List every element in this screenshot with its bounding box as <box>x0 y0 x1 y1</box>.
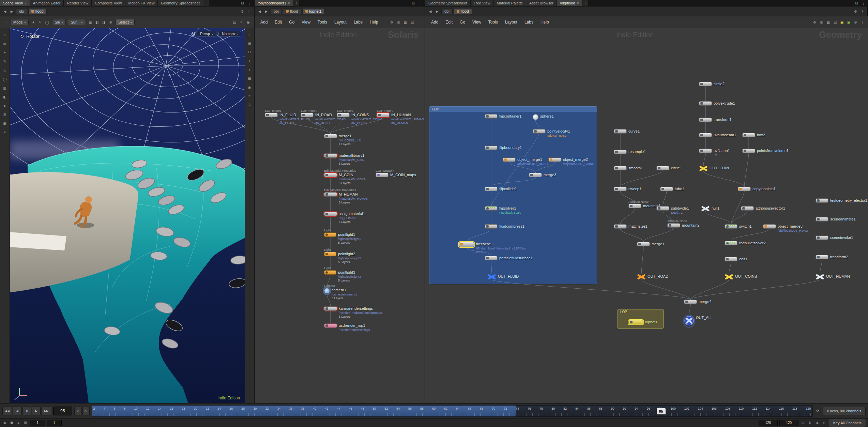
node-M_COIN_maps[interactable]: COP NetworkM_COIN_maps <box>376 173 416 178</box>
back-icon[interactable]: ◀ <box>2 9 8 14</box>
new-pane-tab-button[interactable]: + <box>582 0 589 6</box>
pane-tab[interactable]: Tree View <box>471 0 494 6</box>
node-curve1[interactable]: curve1 <box>614 129 640 134</box>
select-tool-icon[interactable]: ↖ <box>2 32 8 37</box>
sync-icon[interactable]: ↻ <box>807 420 813 425</box>
path-segment[interactable]: flood <box>28 8 47 14</box>
snapshot-icon[interactable]: ◉ <box>247 85 253 90</box>
auto-key-icon[interactable]: ◈ <box>814 420 820 425</box>
node-object_merge2[interactable]: object_merge2/obj/flood/OUT_COINS <box>548 157 594 166</box>
camera-dropdown[interactable]: No cam <box>218 31 241 36</box>
pane-tab[interactable]: Geometry Spreadsheet <box>425 0 471 6</box>
node-flipcollide1[interactable]: flipcollide1 <box>485 187 517 192</box>
global-end-field[interactable]: 120 <box>779 420 798 426</box>
lighting-icon[interactable]: ◐ <box>247 58 253 63</box>
wrench-icon[interactable]: ⚙ <box>389 20 395 25</box>
menu-item[interactable]: Tools <box>315 20 330 25</box>
menu-item[interactable]: Edit <box>442 20 456 25</box>
node-sphere1[interactable]: sphere1 <box>533 114 554 120</box>
key-all-channels-button[interactable]: Key All Channels <box>829 419 866 427</box>
select-dropdown[interactable]: Select <box>116 19 135 25</box>
new-pane-tab-button[interactable]: + <box>203 0 209 6</box>
node-flipsolver1[interactable]: flipsolver1Feedback Scale <box>485 206 521 215</box>
step-back-button[interactable]: ◁ <box>74 407 81 415</box>
list-icon[interactable]: ≣ <box>396 20 401 25</box>
node-sceneanimate1[interactable]: sceneanimate1 <box>816 217 856 222</box>
node-pointlight2[interactable]: Lightpointlight2/lights/pointlight25 Lay… <box>324 252 361 264</box>
pane-tab[interactable]: Animation Editor <box>30 0 64 6</box>
lasso-tool-icon[interactable]: ◯ <box>2 77 8 82</box>
menu-item[interactable]: Help <box>367 20 381 25</box>
audio-options-icon[interactable]: ⊞ <box>22 420 28 425</box>
close-icon[interactable] <box>288 1 290 5</box>
help-icon[interactable]: ◉ <box>245 20 251 25</box>
select-arrow-icon[interactable]: ↖ <box>37 20 43 25</box>
path-segment[interactable]: obj <box>271 8 282 14</box>
node-object_merge1[interactable]: object_merge1/obj/flood/OUT_ROAD <box>503 157 548 166</box>
menu-item[interactable]: Labs <box>351 20 366 25</box>
fill-select-icon[interactable]: ◨ <box>101 20 107 25</box>
node-resample1[interactable]: resample1 <box>614 150 646 154</box>
playback-start-field[interactable]: 1 <box>47 420 62 426</box>
pane-tab[interactable]: Material Palette <box>494 0 526 6</box>
node-uvautoseam1[interactable]: uvautoseam1 <box>699 133 736 138</box>
grid-tool-icon[interactable]: ⊞ <box>2 112 8 117</box>
menu-item[interactable]: Go <box>286 20 298 25</box>
node-fluidcompress1[interactable]: fluidcompress1 <box>485 224 524 229</box>
menu-item[interactable]: Add <box>428 20 441 25</box>
menu-item[interactable]: Layout <box>502 20 520 25</box>
paint-tool-icon[interactable]: ◧ <box>2 94 8 100</box>
rotate-tool-icon[interactable]: ↻ <box>2 59 8 64</box>
menu-item[interactable]: Add <box>257 20 271 25</box>
node-flipcontainer1[interactable]: flipcontainer1 <box>485 114 521 119</box>
solaris-network-graph[interactable]: Indie Edition Solaris SOP ImportIN_FLUID… <box>255 28 425 403</box>
pane-tab[interactable]: Motion FX View <box>125 0 158 6</box>
realtime-toggle-icon[interactable]: ◎ <box>800 420 806 425</box>
node-IN_HUMAN[interactable]: SOP ImportIN_HUMAN/obj/flood/OUT_HUMAN/I… <box>377 113 424 125</box>
filter-icon[interactable]: ≡ <box>239 20 244 25</box>
node-mountain2[interactable]: Attribute Noisemountain2 <box>667 223 699 228</box>
wrench-icon[interactable]: ⚙ <box>812 20 818 25</box>
node-particlefluidsurface1[interactable]: particlefluidsurface1 <box>485 256 533 261</box>
node-M_HUMAN[interactable]: Edit Material PropertiesM_HUMAN/material… <box>324 192 368 204</box>
node-polyextrude1[interactable]: polyextrude1 <box>699 101 735 106</box>
node-OUT_ALL[interactable]: OUT_ALL <box>684 316 713 327</box>
lasso-select-icon[interactable]: ◯ <box>44 20 50 25</box>
node-attribnoisevector1[interactable]: attribnoisevector1 <box>741 206 785 211</box>
forward-icon[interactable]: ▶ <box>434 9 440 14</box>
node-pointsfromvolume1[interactable]: pointsfromvolume1 <box>742 149 789 153</box>
playback-options-icon[interactable]: ⚙ <box>815 408 821 413</box>
pane-tab[interactable]: Render View <box>64 0 92 6</box>
node-transform1[interactable]: transform1 <box>699 118 732 122</box>
node-object_merge3[interactable]: object_merge3/obj/flood/OUT_ROAD <box>763 224 808 233</box>
path-menu-icon[interactable]: ⋮ <box>859 9 865 14</box>
pane-layout-icon[interactable]: ▤ <box>409 20 415 25</box>
node-materiallibrary1[interactable]: materiallibrary1/materials/M_Geo...5 Lay… <box>324 153 366 166</box>
playhead[interactable]: 95 <box>657 408 666 414</box>
new-pane-tab-button[interactable]: + <box>293 0 300 6</box>
pane-menu-icon[interactable]: ⋮ <box>861 1 866 6</box>
play-reverse-button[interactable]: ◀ <box>13 407 21 415</box>
menu-item[interactable]: Layout <box>331 20 350 25</box>
node-rbdbulletsolver2[interactable]: rbdbulletsolver2 <box>725 241 766 246</box>
node-circle2[interactable]: circle2 <box>699 82 725 87</box>
view-tool-icon[interactable]: ▣ <box>2 121 8 126</box>
node-tube1[interactable]: tube1 <box>660 187 684 192</box>
star-icon[interactable]: ★ <box>31 20 36 25</box>
menu-item[interactable]: Tools <box>485 20 501 25</box>
node-pointlight3[interactable]: Lightpointlight3/lights/pointlight35 Lay… <box>324 270 361 283</box>
scale-tool-icon[interactable]: ◇ <box>2 68 8 73</box>
toolbox-icon[interactable]: ⠿ <box>3 20 9 25</box>
frame-view-icon[interactable]: ⊡ <box>247 49 253 55</box>
node-copytopoints1[interactable]: copytopoints1 <box>738 187 776 192</box>
move-tool-icon[interactable]: + <box>2 50 8 55</box>
playback-end-field[interactable]: 120 <box>759 420 778 426</box>
node-OUT_COIN[interactable]: OUT_COIN <box>699 166 729 171</box>
node-transform2[interactable]: transform2 <box>816 255 848 260</box>
node-flipboundary1[interactable]: flipboundary1 <box>485 146 522 150</box>
pane-menu-icon[interactable]: ⋮ <box>246 1 252 6</box>
pane-tab[interactable]: Geometry Spreadsheet <box>158 0 203 6</box>
geometry-network-graph[interactable]: Indie Edition Geometry FLIPLOPflipcontai… <box>425 28 868 403</box>
selection-style-dropdown[interactable]: Slu <box>52 19 66 25</box>
menu-item[interactable]: Help <box>537 20 552 25</box>
